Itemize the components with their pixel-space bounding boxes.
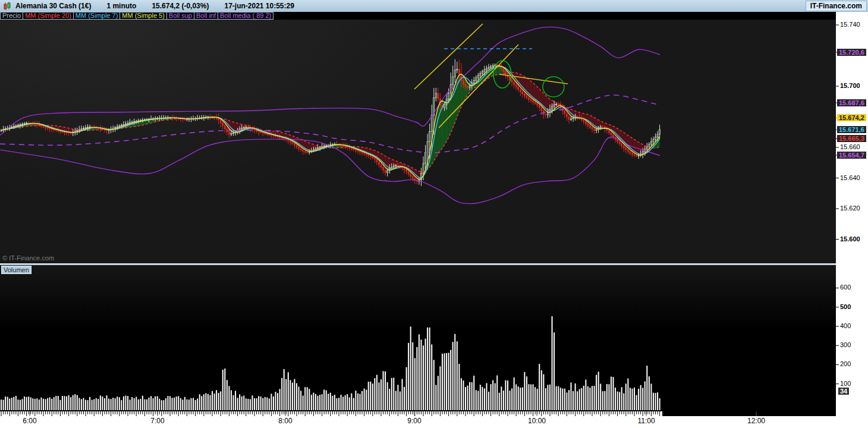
- instrument-name: Alemania 30 Cash (1€): [15, 2, 91, 10]
- title-bar: Alemania 30 Cash (1€) 1 minuto 15.674,2 …: [0, 0, 868, 12]
- trading-platform-window: { "title_bar": { "instrument": "Alemania…: [0, 0, 868, 428]
- brand-link[interactable]: IT-Finance.com: [806, 1, 867, 11]
- legend-item-precio[interactable]: Precio: [0, 12, 23, 20]
- timeframe-label[interactable]: 1 minuto: [106, 2, 136, 10]
- legend-item-mm-simple-20[interactable]: MM (Simple 20): [23, 12, 74, 20]
- legend-item-mm-simple-7[interactable]: MM (Simple 7): [74, 12, 121, 20]
- watermark: © IT-Finance.com: [2, 254, 54, 262]
- volume-indicator-tag[interactable]: Volumen: [1, 266, 32, 274]
- legend-bar: PrecioMM (Simple 20)MM (Simple 7)MM (Sim…: [0, 12, 836, 20]
- timestamp: 17-jun-2021 10:55:29: [224, 2, 294, 10]
- legend-item-mm-simple-5[interactable]: MM (Simple 5): [120, 12, 167, 20]
- candlestick-icon: [2, 1, 12, 11]
- legend-item-boll-inf[interactable]: Boll inf: [194, 12, 218, 20]
- price-chart-panel[interactable]: [0, 20, 836, 263]
- price-axis-column[interactable]: [836, 12, 868, 411]
- volume-panel[interactable]: [0, 265, 836, 411]
- legend-item-boll-sup[interactable]: Boll sup: [167, 12, 194, 20]
- time-axis-strip[interactable]: [0, 411, 868, 428]
- last-price-change: 15.674,2 (-0,03%): [152, 2, 209, 10]
- legend-item-boll-media-89-2[interactable]: Boll media ( 89 2): [218, 12, 273, 20]
